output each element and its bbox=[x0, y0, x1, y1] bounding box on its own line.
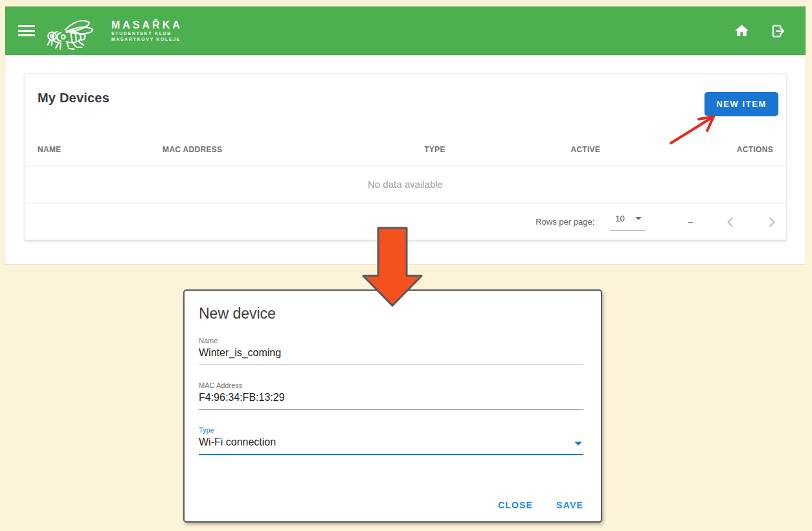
page-background: { "header": { "brand_title": "MASAŘKA", … bbox=[0, 0, 812, 531]
brand-title: MASAŘKA bbox=[111, 19, 183, 30]
next-page-button[interactable] bbox=[764, 214, 780, 230]
column-header-name: NAME bbox=[38, 145, 163, 154]
my-devices-card: My Devices NEW ITEM NAME MAC ADDRESS TYP… bbox=[24, 73, 787, 240]
type-field-label: Type bbox=[199, 426, 583, 434]
brand-text: MASAŘKA STUDENTSKÝ KLUB MASARYKOVY KOLEJ… bbox=[111, 19, 183, 42]
rows-per-page-label: Rows per page: bbox=[536, 217, 594, 227]
menu-icon[interactable] bbox=[18, 23, 35, 39]
save-button[interactable]: SAVE bbox=[556, 500, 583, 510]
home-icon[interactable] bbox=[733, 23, 750, 40]
column-header-mac: MAC ADDRESS bbox=[163, 145, 365, 154]
mac-address-field: MAC Address F4:96:34:FB:13:29 bbox=[199, 381, 583, 410]
column-header-type: TYPE bbox=[365, 145, 505, 154]
name-field: Name Winter_is_coming bbox=[199, 337, 583, 365]
previous-page-button[interactable] bbox=[723, 214, 738, 230]
new-device-dialog: New device Name Winter_is_coming MAC Add… bbox=[183, 289, 602, 523]
name-input[interactable]: Winter_is_coming bbox=[199, 347, 583, 365]
brand: MASAŘKA STUDENTSKÝ KLUB MASARYKOVY KOLEJ… bbox=[44, 11, 183, 51]
empty-table-message: No data available bbox=[25, 166, 786, 203]
type-select[interactable]: Wi-Fi connection bbox=[199, 436, 583, 455]
appbar-actions bbox=[733, 23, 786, 40]
name-field-label: Name bbox=[199, 337, 583, 345]
rows-per-page-value: 10 bbox=[615, 214, 624, 223]
red-annotation-arrow-icon bbox=[666, 110, 721, 148]
orange-annotation-arrow-icon bbox=[360, 225, 425, 308]
column-header-active: ACTIVE bbox=[504, 145, 666, 154]
logout-icon[interactable] bbox=[769, 23, 786, 40]
mac-address-field-label: MAC Address bbox=[199, 381, 583, 389]
app-bar: MASAŘKA STUDENTSKÝ KLUB MASARYKOVY KOLEJ… bbox=[5, 6, 806, 55]
page-range-text: – bbox=[688, 217, 693, 227]
type-field: Type Wi-Fi connection bbox=[199, 426, 583, 455]
mac-address-input[interactable]: F4:96:34:FB:13:29 bbox=[199, 392, 583, 410]
close-button[interactable]: CLOSE bbox=[498, 500, 533, 510]
brand-subtitle-line2: MASARYKOVY KOLEJE bbox=[111, 37, 183, 42]
page-title: My Devices bbox=[38, 91, 109, 106]
brand-subtitle-line1: STUDENTSKÝ KLUB bbox=[111, 31, 183, 36]
fly-logo-icon bbox=[44, 11, 106, 51]
caret-down-icon bbox=[635, 217, 642, 220]
rows-per-page-select[interactable]: 10 bbox=[610, 214, 645, 231]
select-caret-icon bbox=[574, 442, 582, 446]
dialog-actions: CLOSE SAVE bbox=[498, 500, 583, 510]
